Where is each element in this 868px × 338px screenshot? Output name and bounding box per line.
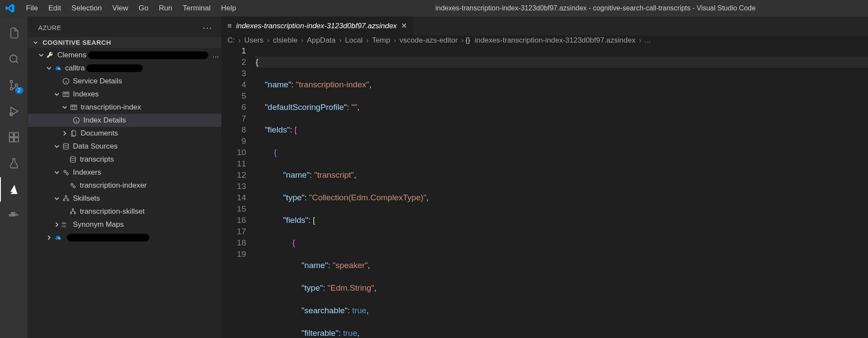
line-number: 19 (221, 249, 246, 260)
tree-transcription-indexer[interactable]: transcription-indexer (28, 179, 221, 192)
tree-indexes[interactable]: Indexes (28, 88, 221, 101)
database-icon (69, 156, 77, 163)
tree-account[interactable]: Clemens ... (28, 49, 221, 62)
tree-transcription-skillset[interactable]: transcription-skillset (28, 205, 221, 218)
activity-bar: 2 (0, 17, 28, 338)
menu-view[interactable]: View (107, 2, 134, 14)
tree-data-sources[interactable]: Data Sources (28, 140, 221, 153)
table-icon (62, 90, 70, 98)
bc-seg[interactable]: Local (343, 36, 365, 45)
activity-explorer[interactable] (0, 21, 28, 45)
activity-extensions[interactable] (0, 125, 28, 149)
bc-seg[interactable]: Temp (370, 36, 392, 45)
svg-point-0 (10, 55, 16, 62)
bc-seg[interactable]: clsieble (271, 36, 299, 45)
svg-rect-28 (72, 209, 74, 210)
tree-indexers[interactable]: Indexers (28, 166, 221, 179)
menu-edit[interactable]: Edit (43, 2, 66, 14)
svg-point-1 (10, 80, 13, 83)
tree-synonym-maps[interactable]: ABC123 Synonym Maps (28, 218, 221, 231)
line-number: 4 (221, 79, 246, 90)
tree-service-details[interactable]: Service Details (28, 75, 221, 88)
svg-point-23 (71, 184, 73, 186)
section-title: COGNITIVE SEARCH (43, 39, 111, 46)
cloud-search-icon (54, 234, 62, 242)
tree-index-details[interactable]: Index Details (28, 114, 221, 127)
activity-search[interactable] (0, 47, 28, 71)
svg-text:123: 123 (62, 225, 66, 228)
svg-point-21 (64, 171, 66, 173)
menu-selection[interactable]: Selection (66, 2, 107, 14)
bc-seg[interactable]: ... (643, 36, 653, 45)
breadcrumb[interactable]: C:› Users› clsieble› AppData› Local› Tem… (221, 36, 868, 45)
svg-rect-8 (14, 133, 18, 137)
svg-point-24 (73, 186, 76, 188)
activity-docker[interactable] (0, 203, 28, 228)
activity-run-debug[interactable] (0, 99, 28, 123)
bc-seg[interactable]: vscode-azs-editor (398, 36, 460, 45)
tree-service-details-label: Service Details (73, 77, 122, 86)
tree-skillsets-label: Skillsets (73, 194, 100, 203)
svg-point-19 (63, 143, 69, 146)
menu-terminal[interactable]: Terminal (178, 2, 216, 14)
tree-data-sources-label: Data Sources (73, 142, 118, 151)
svg-rect-16 (63, 92, 69, 97)
activity-azure[interactable] (0, 177, 28, 202)
tree-documents-label: Documents (81, 129, 118, 138)
tree-second-service[interactable] (28, 231, 221, 244)
tree-icon (69, 208, 77, 215)
bc-seg[interactable]: Users (243, 36, 265, 45)
code-area[interactable]: 1 2 3 4 5 6 7 8 9 10 11 12 13 14 15 16 1… (221, 45, 868, 338)
gutter: 1 2 3 4 5 6 7 8 9 10 11 12 13 14 15 16 1… (221, 45, 254, 338)
bc-seg[interactable]: C: (226, 36, 237, 45)
menu-file[interactable]: File (21, 2, 43, 14)
line-number: 14 (221, 192, 246, 203)
braces-icon: {} (465, 36, 473, 45)
line-number: 10 (221, 147, 246, 158)
svg-rect-29 (70, 212, 72, 214)
tree-index-details-label: Index Details (83, 116, 126, 125)
svg-point-33 (58, 237, 59, 239)
tree-transcription-index[interactable]: transcription-index (28, 101, 221, 114)
table-icon (69, 103, 78, 111)
svg-point-20 (70, 156, 76, 159)
tree-documents[interactable]: Documents (28, 127, 221, 140)
code[interactable]: { "name": "transcription-index", "defaul… (254, 45, 868, 338)
bc-seg[interactable]: indexes-transcription-index-3123d0bf97.a… (473, 36, 637, 45)
tree-synonym-maps-label: Synonym Maps (73, 220, 124, 229)
line-number: 17 (221, 226, 246, 237)
tree-transcription-skillset-label: transcription-skillset (80, 207, 145, 216)
editor: ≡ indexes-transcription-index-3123d0bf97… (221, 17, 868, 338)
source-control-badge: 2 (15, 87, 23, 94)
tree-skillsets[interactable]: Skillsets (28, 192, 221, 205)
gears-icon (62, 169, 70, 176)
close-icon[interactable]: ✕ (401, 21, 407, 30)
section-cognitive-search[interactable]: COGNITIVE SEARCH (28, 37, 221, 48)
line-number: 7 (221, 113, 246, 124)
line-number: 6 (221, 102, 246, 113)
tab-azsindex[interactable]: ≡ indexes-transcription-index-3123d0bf97… (221, 17, 413, 36)
key-icon (46, 51, 55, 59)
activity-testing[interactable] (0, 151, 28, 176)
svg-rect-5 (9, 133, 13, 137)
tree-service-label: calltra (65, 64, 85, 73)
tree-account-label: Clemens (57, 51, 86, 60)
svg-point-2 (10, 87, 13, 90)
activity-source-control[interactable]: 2 (0, 73, 28, 97)
tree-icon (62, 195, 70, 202)
svg-point-14 (58, 68, 59, 69)
bc-seg[interactable]: AppData (305, 36, 337, 45)
menu-run[interactable]: Run (154, 2, 178, 14)
menu-help[interactable]: Help (216, 2, 241, 14)
tab-filename: indexes-transcription-index-3123d0bf97.a… (236, 22, 397, 30)
sidebar-more-icon[interactable]: ··· (203, 23, 213, 33)
svg-rect-13 (13, 212, 15, 214)
line-number: 13 (221, 181, 246, 192)
tree-transcripts[interactable]: transcripts (28, 153, 221, 166)
line-number: 15 (221, 203, 246, 215)
menu-go[interactable]: Go (133, 2, 154, 14)
svg-text:ABC: ABC (62, 222, 67, 225)
svg-point-3 (15, 84, 18, 86)
tree-service[interactable]: calltra (28, 62, 221, 75)
abc123-icon: ABC123 (62, 221, 70, 229)
